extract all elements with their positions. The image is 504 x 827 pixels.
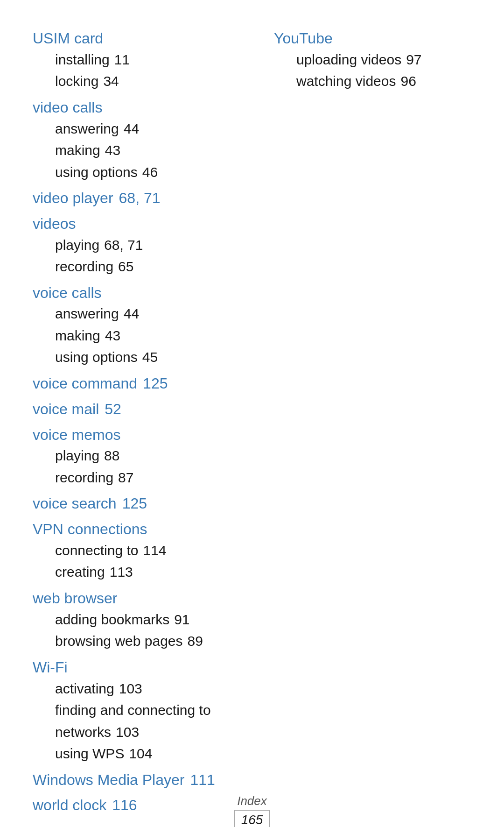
entry-title-number: 68, 71 (119, 190, 161, 206)
entry-title-number: 125 (143, 375, 168, 392)
index-entry: voice callsanswering44making43using opti… (33, 283, 265, 368)
index-entry: voice command125 (33, 373, 265, 394)
sub-entry: creating113 (55, 561, 265, 583)
entry-title: video calls (33, 99, 102, 116)
sub-entry: answering44 (55, 118, 265, 140)
entry-title-line: Wi-Fi (33, 657, 265, 678)
sub-entry: uploading videos97 (296, 49, 471, 71)
entry-title: Windows Media Player (33, 771, 184, 788)
sub-entry-label: adding bookmarks (55, 612, 169, 627)
sub-entry-number: 91 (174, 612, 189, 627)
sub-entry-label: uploading videos (296, 52, 401, 67)
entry-title-line: voice command125 (33, 373, 265, 394)
index-entry: Windows Media Player111 (33, 770, 265, 791)
sub-entry-number: 104 (129, 746, 152, 761)
sub-entry-label: creating (55, 564, 105, 580)
entry-title-line: voice search125 (33, 493, 265, 514)
sub-entry-number: 65 (118, 259, 133, 274)
sub-entry: playing88 (55, 445, 265, 467)
left-column: USIM cardinstalling11locking34video call… (33, 28, 274, 820)
sub-entry-label: making (55, 142, 100, 158)
sub-entry-number: 97 (406, 52, 421, 67)
sub-entry-number: 46 (142, 164, 158, 180)
index-entry: YouTubeuploading videos97watching videos… (274, 28, 471, 92)
sub-entry-label: locking (55, 73, 98, 89)
index-entry: videosplaying68, 71recording65 (33, 213, 265, 278)
sub-entry-number: 44 (124, 306, 139, 321)
entry-title: YouTube (274, 30, 333, 47)
entry-title-line: web browser (33, 588, 265, 609)
sub-entry: playing68, 71 (55, 234, 265, 256)
index-entry: web browseradding bookmarks91browsing we… (33, 588, 265, 652)
sub-entry-number: 113 (110, 564, 133, 580)
sub-entry-label: answering (55, 121, 119, 136)
entry-title-line: video player68, 71 (33, 188, 265, 209)
index-entry: VPN connectionsconnecting to114creating1… (33, 519, 265, 583)
index-entry: USIM cardinstalling11locking34 (33, 28, 265, 92)
index-entry: video player68, 71 (33, 188, 265, 209)
sub-entry-label: playing (55, 237, 99, 253)
sub-entry-number: 103 (116, 724, 139, 740)
sub-entry-label: browsing web pages (55, 633, 183, 649)
entry-title-line: voice calls (33, 283, 265, 304)
entry-title: VPN connections (33, 521, 147, 537)
sub-entry-number: 34 (103, 73, 119, 89)
entry-title: voice command (33, 375, 137, 392)
sub-entry-label: using WPS (55, 746, 124, 761)
right-column: YouTubeuploading videos97watching videos… (274, 28, 471, 820)
sub-entry-number: 87 (118, 470, 133, 485)
sub-entry-number: 103 (119, 681, 142, 696)
sub-entry: recording65 (55, 256, 265, 278)
sub-entry: adding bookmarks91 (55, 609, 265, 631)
index-entry: video callsanswering44making43using opti… (33, 97, 265, 183)
sub-entry: installing11 (55, 49, 265, 71)
sub-entry-label: watching videos (296, 73, 396, 89)
entry-title: Wi-Fi (33, 659, 68, 676)
sub-entry-number: 96 (400, 73, 416, 89)
entry-title-line: video calls (33, 97, 265, 118)
sub-entry: watching videos96 (296, 71, 471, 92)
entry-title-line: Windows Media Player111 (33, 770, 265, 791)
entry-title: video player (33, 190, 113, 206)
sub-entry: activating103 (55, 678, 265, 700)
sub-entry: recording87 (55, 467, 265, 489)
sub-entry-label: recording (55, 259, 113, 274)
sub-entry-label: recording (55, 470, 113, 485)
entry-title: USIM card (33, 30, 103, 47)
sub-entry-label: using options (55, 164, 138, 180)
sub-entry: making43 (55, 325, 265, 347)
sub-entry-number: 114 (143, 543, 166, 558)
entry-title: voice search (33, 495, 117, 512)
entry-title: voice memos (33, 426, 121, 443)
entry-title-number: 52 (105, 401, 121, 417)
footer-page-number: 165 (234, 810, 270, 827)
sub-entry-label: playing (55, 448, 99, 463)
index-entry: voice search125 (33, 493, 265, 514)
entry-title-line: voice memos (33, 424, 265, 445)
sub-entry: answering44 (55, 303, 265, 325)
sub-entry: connecting to114 (55, 540, 265, 562)
sub-entry-label: using options (55, 349, 138, 365)
entry-title: voice calls (33, 284, 102, 301)
sub-entry-number: 68, 71 (104, 237, 143, 253)
index-container: USIM cardinstalling11locking34video call… (33, 28, 471, 820)
sub-entry-number: 88 (104, 448, 119, 463)
sub-entry-label: answering (55, 306, 119, 321)
entry-title-line: VPN connections (33, 519, 265, 540)
entry-title: voice mail (33, 401, 99, 417)
sub-entry: using WPS104 (55, 743, 265, 765)
sub-entry-number: 11 (114, 52, 130, 67)
sub-entry: using options45 (55, 346, 265, 368)
entry-title: videos (33, 215, 76, 232)
sub-entry-number: 44 (124, 121, 139, 136)
sub-entry-number: 89 (188, 633, 203, 649)
entry-title-line: videos (33, 213, 265, 234)
sub-entry-number: 43 (105, 328, 120, 343)
index-entry: voice mail52 (33, 399, 265, 420)
sub-entry: using options46 (55, 162, 265, 184)
page-footer: Index 165 (0, 794, 504, 827)
entry-title: web browser (33, 590, 117, 607)
sub-entry-label: activating (55, 681, 114, 696)
sub-entry: locking34 (55, 71, 265, 92)
sub-entry-label: installing (55, 52, 110, 67)
